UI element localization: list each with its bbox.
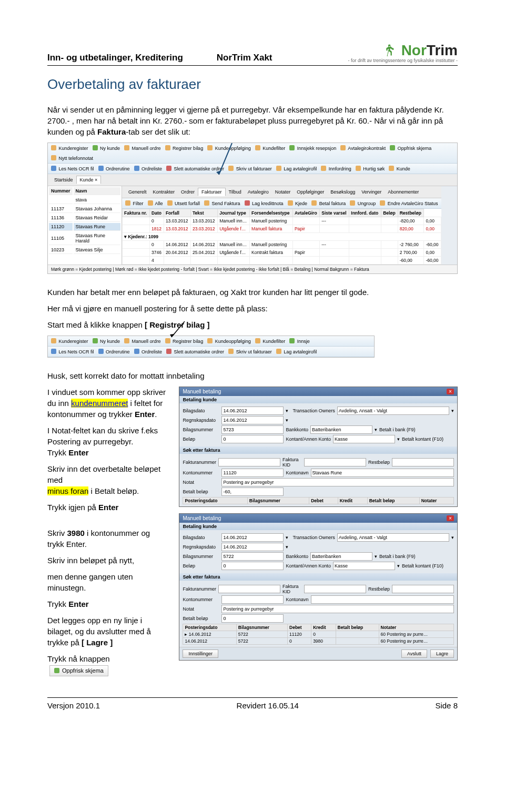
toolbar-item[interactable]: Utsett forfall xyxy=(167,200,200,206)
notat-input[interactable] xyxy=(221,478,454,486)
bilagnr-input[interactable] xyxy=(221,425,284,434)
toolbar-item[interactable]: Send Faktura xyxy=(204,200,240,206)
p13: Trykk Enter xyxy=(47,598,168,610)
avslutt-button[interactable]: Avslutt xyxy=(401,649,427,658)
close-icon[interactable]: × xyxy=(447,515,454,521)
kontant-input[interactable] xyxy=(333,435,395,443)
main-tab[interactable]: Kunde × xyxy=(76,176,102,184)
toolbar-item[interactable]: Kundefilter xyxy=(255,145,286,151)
sub-tab[interactable]: Ordrer xyxy=(178,188,198,196)
sub-tab[interactable]: Besøkslogg xyxy=(327,188,358,196)
p7: I Notat-feltet kan du skrive f.eks Poste… xyxy=(47,425,168,458)
footer-version: Versjon 2010.1 xyxy=(47,701,100,710)
header-left: Inn- og utbetalinger, Kreditering xyxy=(47,53,183,63)
innstillinger-button[interactable]: Innstillinger xyxy=(183,649,218,658)
sub-tab[interactable]: Tilbud xyxy=(226,188,245,196)
betalt-belop-input[interactable] xyxy=(221,488,284,496)
main-tab[interactable]: Startside xyxy=(51,176,76,184)
toolbar-item[interactable]: Les Nets OCR fil xyxy=(51,166,94,171)
p8: Skriv inn det overbetalte beløpet medmin… xyxy=(47,463,168,496)
sub-tab[interactable]: Kontrakter xyxy=(150,188,178,196)
p11: Skriv inn beløpet på nytt, xyxy=(47,555,168,566)
bank-input[interactable] xyxy=(310,425,372,434)
toolbar-item[interactable]: Innsjekk resepsjon xyxy=(289,145,336,151)
toolbar-item[interactable]: Slett automatiske ordrer xyxy=(166,349,224,354)
customer-row[interactable]: 10223Staveas Silje xyxy=(49,246,120,254)
toolbar-item[interactable]: Endre AvtaleGiro Status xyxy=(380,200,438,206)
toolbar-item[interactable]: Registrer bilag xyxy=(165,338,204,344)
dialog-manuell-betaling-2: Manuell betaling× Betaling kunde Bilagsd… xyxy=(179,513,458,661)
toolbar-row2: Les Nets OCR fil Ordrerutine Ordreliste … xyxy=(48,347,374,357)
toolbar-item[interactable]: Registrer bilag xyxy=(165,145,204,151)
toolbar-item[interactable]: Kjede xyxy=(288,200,308,206)
toolbar-item[interactable]: Ordrerutine xyxy=(98,349,130,354)
refresh-button[interactable]: Oppfrisk skjema xyxy=(49,665,108,676)
p14: Det legges opp en ny linje i bilaget, og… xyxy=(47,615,168,648)
footer-page: Side 8 xyxy=(435,701,458,710)
customer-row[interactable]: 11120Stavaas Rune xyxy=(49,223,120,231)
toolbar-item[interactable]: Oppfrisk skjema xyxy=(390,145,431,151)
regn-input[interactable] xyxy=(221,416,284,424)
toolbar-item[interactable]: Kunderegister xyxy=(51,145,88,151)
toolbar-item[interactable]: Manuell ordre xyxy=(124,338,161,344)
customer-row[interactable]: 11137Stavaas Johanna xyxy=(49,205,120,213)
toolbar-item[interactable]: Lag avtalegirofil xyxy=(276,166,317,171)
sub-tab[interactable]: Fakturaer xyxy=(198,188,226,196)
toolbar-item[interactable]: Skriv ut fakturaer xyxy=(228,166,272,171)
toolbar-item[interactable]: Manuell ordre xyxy=(124,145,161,151)
toolbar-item[interactable]: Ordreliste xyxy=(134,349,163,354)
sub-tab[interactable]: Avtalegiro xyxy=(245,188,272,196)
sub-tab[interactable]: Abonnementer xyxy=(385,188,422,196)
toolbar-row1: Kunderegister Ny kunde Manuell ordre Reg… xyxy=(48,336,374,347)
sub-tab[interactable]: Oppfølginger xyxy=(294,188,327,196)
customer-row[interactable]: stava xyxy=(49,196,120,204)
toolbar-item[interactable]: Les Nets OCR fil xyxy=(51,349,94,354)
dialog-manuell-betaling-1: Manuell betaling× Betaling kunde Bilagsd… xyxy=(179,387,458,507)
close-icon[interactable]: × xyxy=(447,389,454,394)
app-toolbar-row2: Les Nets OCR fil Ordrerutine Ordreliste … xyxy=(48,164,457,174)
toolbar-item[interactable]: Skriv ut fakturaer xyxy=(228,349,272,354)
logo-sub: - for drift av treningssentere og fysika… xyxy=(348,58,458,63)
toolbar-item[interactable]: Filter xyxy=(125,200,144,206)
toolbar-item[interactable]: Lag kredittnota xyxy=(245,200,284,206)
logo-runner-icon xyxy=(381,43,396,57)
p2: Kunden har betalt mer enn beløpet på fak… xyxy=(47,287,458,298)
p15: Trykk nå knappen Oppfrisk skjema xyxy=(47,653,168,676)
toolbar-item[interactable]: Kundeoppfølging xyxy=(207,145,251,151)
toolbar-item[interactable]: Alle xyxy=(148,200,163,206)
toolbar-item[interactable]: Ny kunde xyxy=(93,145,120,151)
toolbar-item[interactable]: Lag avtalegirofil xyxy=(276,349,317,354)
toolbar-item[interactable]: Kunde xyxy=(389,166,410,171)
sub-tab[interactable]: Notater xyxy=(272,188,294,196)
bilagsdato-input[interactable] xyxy=(221,407,284,415)
toolbar-item[interactable]: Kunderegister xyxy=(51,338,88,344)
customer-row[interactable]: 11136Stavaas Reidar xyxy=(49,214,120,222)
toolbar-item[interactable]: Innsje xyxy=(289,338,310,344)
toolbar-item[interactable]: Ny kunde xyxy=(93,338,120,344)
toolbar-item[interactable]: Nytt telefonnotat xyxy=(51,155,93,161)
p9: Trykk igjen på Enter xyxy=(47,502,168,513)
footer-revised: Revidert 16.05.14 xyxy=(237,701,299,710)
toolbar-item[interactable]: Ordrerutine xyxy=(98,166,130,171)
toolbar-item[interactable]: Betal faktura xyxy=(311,200,346,206)
toolbar-item[interactable]: Ordreliste xyxy=(134,166,163,171)
postering-grid-2: PosteringsdatoBilagsnummerDebetKreditBet… xyxy=(183,624,454,645)
toolbar-item[interactable]: Avtalegirokontrakt xyxy=(340,145,386,151)
toolbar-item[interactable]: Ungroup xyxy=(350,200,376,206)
p3: Her må vi gjøre en manuell postering for… xyxy=(47,303,458,314)
belop-input[interactable] xyxy=(221,435,284,443)
faknum-input[interactable] xyxy=(218,458,280,466)
sub-tab[interactable]: Generelt xyxy=(125,188,150,196)
toolbar-item[interactable]: Hurtig søk xyxy=(356,166,385,171)
customer-row[interactable]: 11105Stavaas Rune Harald xyxy=(49,232,120,245)
toolbar-item[interactable]: Slett automatiske ordrer xyxy=(166,166,224,171)
lagre-button[interactable]: Lagre xyxy=(430,649,454,658)
kontonavn-input[interactable] xyxy=(311,469,454,477)
sub-tab[interactable]: Vervinger xyxy=(358,188,385,196)
toolbar-item[interactable]: Kundeoppfølging xyxy=(207,338,251,344)
kontonummer-input[interactable] xyxy=(221,469,284,477)
toolbar-item[interactable]: Innfordring xyxy=(321,166,351,171)
toolbar-item[interactable]: Kundefilter xyxy=(255,338,286,344)
trans-input[interactable] xyxy=(337,407,449,415)
faktura-grid: Faktura nr.DatoForfallTekstJournal typeF… xyxy=(122,209,441,265)
